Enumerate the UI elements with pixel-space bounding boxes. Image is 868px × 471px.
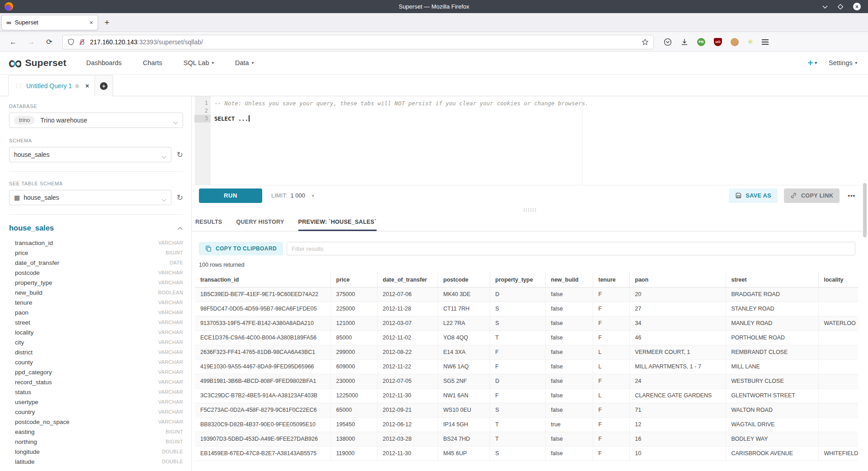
query-tab-untitled[interactable]: ⋮⋮ Untitled Query 1 × bbox=[8, 75, 95, 96]
run-button[interactable]: RUN bbox=[199, 188, 262, 203]
table-cell: GLENTWORTH STREET bbox=[726, 388, 818, 403]
column-header-transaction_id[interactable]: transaction_id bbox=[195, 273, 330, 287]
column-name: usertype bbox=[15, 399, 158, 405]
table-cell: REMBRANDT CLOSE bbox=[726, 345, 818, 359]
table-cell: 609000 bbox=[330, 359, 377, 374]
table-row: EB1459EB-67ED-47C8-B2E7-A38143AB55751190… bbox=[195, 446, 858, 461]
schema-column-row: postcodeVARCHAR bbox=[9, 268, 183, 278]
column-header-street[interactable]: street bbox=[726, 273, 818, 287]
new-tab-button[interactable]: + bbox=[104, 18, 109, 28]
schema-column-row: ppd_categoryVARCHAR bbox=[9, 367, 183, 377]
column-header-paon[interactable]: paon bbox=[629, 273, 726, 287]
shield-icon[interactable] bbox=[67, 38, 75, 46]
copy-link-button[interactable]: COPY LINK bbox=[784, 188, 840, 203]
add-query-tab-button[interactable]: + bbox=[95, 75, 113, 96]
schema-column-row: transaction_idVARCHAR bbox=[9, 238, 183, 248]
table-cell: false bbox=[545, 345, 593, 359]
add-new-button[interactable]: +▾ bbox=[808, 58, 817, 68]
editor-gutter: 1 2 3 bbox=[195, 96, 211, 185]
table-cell: F bbox=[593, 446, 629, 461]
limit-label: LIMIT: bbox=[271, 192, 287, 199]
column-header-price[interactable]: price bbox=[330, 273, 377, 287]
column-header-locality[interactable]: locality bbox=[818, 273, 858, 287]
table-schema-header: house_sales bbox=[9, 224, 183, 232]
sql-editor[interactable]: 1 2 3 -- Note: Unless you save your quer… bbox=[192, 96, 868, 185]
table-cell bbox=[818, 345, 858, 359]
settings-menu[interactable]: Settings▾ bbox=[829, 59, 857, 66]
refresh-schemas-icon[interactable]: ↻ bbox=[177, 151, 183, 159]
collapse-chevron-icon[interactable] bbox=[177, 224, 183, 232]
rows-returned-text: 100 rows returned bbox=[199, 262, 868, 268]
database-select[interactable]: trino Trino warehouse bbox=[9, 113, 183, 128]
table-cell: 2636F323-FF41-4765-81DB-98CAA6A43BC1 bbox=[195, 345, 330, 359]
column-type: VARCHAR bbox=[158, 379, 183, 385]
nav-item-charts[interactable]: Charts bbox=[143, 59, 162, 66]
ublock-icon[interactable]: uO bbox=[714, 38, 722, 46]
cookie-extension-icon[interactable] bbox=[731, 38, 739, 46]
query-tab-label: Untitled Query 1 bbox=[26, 82, 75, 89]
results-tab-query-history[interactable]: QUERY HISTORY bbox=[236, 213, 284, 231]
table-cell: 98F5DC47-0D05-4D59-95B7-98CA6F1FDE05 bbox=[195, 301, 330, 316]
privacy-badger-icon[interactable]: PB bbox=[697, 38, 705, 46]
limit-dropdown[interactable]: LIMIT: 1 000 ▾ bbox=[271, 192, 314, 199]
table-select[interactable]: ▦ house_sales bbox=[9, 190, 171, 205]
table-row: 419E1030-9A55-4467-8DA9-9FED95D659666090… bbox=[195, 359, 858, 374]
bookmark-star-icon[interactable] bbox=[642, 38, 649, 46]
table-cell: WESTBURY CLOSE bbox=[726, 374, 818, 388]
column-name: postcode bbox=[15, 269, 158, 276]
plus-circle-icon: + bbox=[100, 82, 108, 90]
downloads-icon[interactable] bbox=[680, 38, 689, 46]
back-icon[interactable]: ← bbox=[8, 38, 18, 46]
window-titlebar: Superset — Mozilla Firefox × bbox=[0, 0, 868, 13]
close-icon[interactable]: × bbox=[853, 3, 861, 10]
url-field[interactable]: 217.160.120.143:32393/superset/sqllab/ bbox=[62, 35, 654, 49]
maximize-icon[interactable] bbox=[838, 4, 843, 9]
reload-icon[interactable]: ⟳ bbox=[44, 38, 54, 46]
results-tab-results[interactable]: RESULTS bbox=[195, 213, 222, 231]
query-tab-close-icon[interactable]: × bbox=[85, 82, 89, 89]
table-cell: 65000 bbox=[330, 403, 377, 417]
save-as-button[interactable]: SAVE AS bbox=[729, 188, 778, 203]
browser-tab-title: Superset bbox=[15, 19, 90, 26]
column-header-property_type[interactable]: property_type bbox=[490, 273, 545, 287]
table-cell: F bbox=[593, 403, 629, 417]
browser-tab-superset[interactable]: ∞ Superset × bbox=[1, 15, 98, 30]
results-tab-preview-house-sales[interactable]: PREVIEW: `HOUSE_SALES` bbox=[298, 213, 377, 231]
table-cell: 46 bbox=[629, 330, 726, 345]
minimize-icon[interactable] bbox=[822, 5, 828, 9]
column-header-postcode[interactable]: postcode bbox=[438, 273, 490, 287]
table-cell: F bbox=[593, 301, 629, 316]
forward-icon[interactable]: → bbox=[26, 38, 36, 46]
drag-grip-icon[interactable]: ⋮⋮ bbox=[14, 83, 22, 89]
save-icon bbox=[735, 192, 742, 199]
column-header-new_build[interactable]: new_build bbox=[545, 273, 593, 287]
more-options-button[interactable]: ••• bbox=[848, 192, 855, 199]
column-header-date_of_transfer[interactable]: date_of_transfer bbox=[377, 273, 438, 287]
copy-to-clipboard-button[interactable]: COPY TO CLIPBOARD bbox=[199, 242, 283, 255]
column-type: VARCHAR bbox=[158, 389, 183, 395]
insecure-lock-icon[interactable] bbox=[78, 38, 86, 46]
nav-item-sql-lab[interactable]: SQL Lab▾ bbox=[184, 59, 214, 66]
column-type: VARCHAR bbox=[158, 399, 183, 405]
pocket-icon[interactable] bbox=[664, 38, 672, 46]
table-cell: 2012-07-06 bbox=[377, 287, 438, 301]
column-type: BOOLEAN bbox=[158, 290, 183, 295]
table-cell bbox=[818, 359, 858, 374]
filter-results-input[interactable] bbox=[287, 242, 855, 255]
table-row: F5C273AC-0D2A-458F-8279-9C61F0C22EC66500… bbox=[195, 403, 858, 417]
results-table-container: transaction_idpricedate_of_transferpostc… bbox=[195, 273, 868, 461]
code-area: -- Note: Unless you save your query, the… bbox=[214, 99, 868, 122]
scrollbar-thumb[interactable] bbox=[863, 183, 867, 237]
column-header-tenure[interactable]: tenure bbox=[593, 273, 629, 287]
drag-handle-icon[interactable] bbox=[523, 208, 537, 212]
menu-icon[interactable] bbox=[762, 39, 769, 45]
nav-item-dashboards[interactable]: Dashboards bbox=[86, 59, 122, 66]
extension-asterisk-icon[interactable]: ✳ bbox=[747, 38, 753, 46]
refresh-tables-icon[interactable]: ↻ bbox=[177, 194, 183, 202]
nav-item-data[interactable]: Data▾ bbox=[235, 59, 254, 66]
pane-divider[interactable] bbox=[192, 206, 868, 213]
column-name: transaction_id bbox=[15, 240, 158, 246]
superset-logo[interactable]: ∞ Superset bbox=[8, 57, 66, 69]
tab-close-icon[interactable]: × bbox=[90, 19, 93, 26]
schema-select[interactable]: house_sales bbox=[9, 147, 171, 162]
